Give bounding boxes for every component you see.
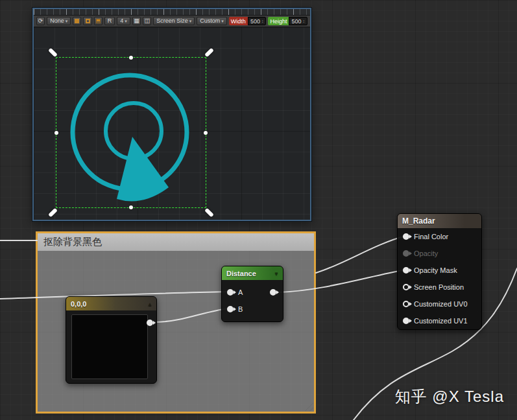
- height-label: Height: [268, 17, 289, 25]
- custom-size-label: Custom: [200, 18, 220, 24]
- collapse-up-icon: ▲: [147, 301, 152, 307]
- pin-row-screen-position: Screen Position: [398, 279, 481, 296]
- pin-row-final-color: Final Color: [398, 228, 481, 245]
- width-input[interactable]: 500 ↕: [248, 17, 267, 25]
- widget-selection-box[interactable]: [56, 57, 206, 208]
- designer-canvas[interactable]: [34, 27, 310, 220]
- comment-title[interactable]: 抠除背景黑色: [38, 233, 314, 251]
- height-input[interactable]: 500 ↕: [289, 17, 307, 25]
- opacity-mask-label: Opacity Mask: [414, 266, 457, 274]
- anchor-fill-icon: [75, 19, 79, 23]
- horizontal-ruler: [34, 9, 310, 16]
- chevron-down-icon: ▾: [189, 19, 192, 23]
- node-distance[interactable]: Distance ▼ A B: [221, 266, 283, 322]
- screen-position-pin[interactable]: [403, 284, 409, 290]
- customized-uv0-label: Customized UV0: [414, 300, 468, 308]
- constant-node-header[interactable]: 0,0,0 ▲: [66, 297, 156, 310]
- material-editor-graph[interactable]: ⟳ None ▾ R 4 ▾ ▦ ◫ Screen Size ▾ Custom …: [0, 0, 517, 420]
- rotate-icon[interactable]: ⟳: [36, 17, 45, 25]
- height-value: 500: [291, 18, 301, 25]
- pin-row-customized-uv0: Customized UV0: [398, 296, 481, 312]
- resize-handle-right[interactable]: [204, 131, 208, 135]
- final-color-label: Final Color: [414, 233, 448, 240]
- width-label: Width: [229, 17, 248, 25]
- resize-handle-bottom[interactable]: [129, 205, 133, 209]
- spinner-icon[interactable]: ↕: [302, 19, 305, 23]
- distance-output-pin[interactable]: [270, 289, 276, 296]
- anchor-preset-button-2[interactable]: [83, 17, 91, 25]
- anchor-frame-icon: [86, 19, 90, 23]
- chevron-down-icon: ▾: [221, 19, 224, 23]
- distance-node-header[interactable]: Distance ▼: [222, 266, 283, 280]
- comment-resize-grip[interactable]: [304, 402, 313, 411]
- constant-output-pin[interactable]: [147, 320, 153, 326]
- node-material-result[interactable]: M_Radar Final Color Opacity Opacity Mask…: [397, 213, 482, 330]
- customized-uv1-label: Customized UV1: [414, 317, 468, 325]
- anchor-dropdown[interactable]: None ▾: [47, 17, 71, 25]
- material-node-header[interactable]: M_Radar: [398, 214, 481, 228]
- input-pin-b[interactable]: [227, 306, 234, 312]
- color-swatch[interactable]: [71, 314, 148, 379]
- distance-pin-rows: A B: [222, 280, 283, 321]
- opacity-mask-pin[interactable]: [403, 267, 409, 274]
- anchor-preset-button-1[interactable]: [73, 17, 81, 25]
- grid-icon[interactable]: ▦: [132, 17, 141, 25]
- material-pin-rows: Final Color Opacity Opacity Mask Screen …: [398, 228, 481, 329]
- spinner-icon[interactable]: ↕: [261, 19, 264, 23]
- rotation-mode-button[interactable]: R: [104, 17, 115, 25]
- anchor-dropdown-label: None: [50, 18, 64, 24]
- node-constant-vector[interactable]: 0,0,0 ▲: [66, 296, 157, 384]
- final-color-pin[interactable]: [403, 233, 409, 240]
- anchor-preset-button-3[interactable]: [94, 17, 102, 25]
- chevron-down-icon: ▾: [66, 19, 68, 23]
- panel-icon[interactable]: ◫: [143, 17, 151, 25]
- distance-node-title: Distance: [226, 270, 256, 277]
- width-value: 500: [250, 18, 260, 25]
- grid-snap-value: 4: [120, 18, 123, 24]
- pin-row-b: B: [222, 301, 283, 318]
- pin-label-a: A: [238, 288, 243, 296]
- customized-uv0-pin[interactable]: [403, 301, 409, 307]
- constant-node-title: 0,0,0: [71, 300, 86, 308]
- height-field-group: Height 500 ↕: [268, 17, 307, 25]
- collapse-down-icon: ▼: [274, 270, 279, 276]
- screen-size-dropdown[interactable]: Screen Size ▾: [153, 17, 195, 25]
- width-field-group: Width 500 ↕: [229, 17, 267, 25]
- custom-size-dropdown[interactable]: Custom ▾: [197, 17, 227, 25]
- designer-toolbar: ⟳ None ▾ R 4 ▾ ▦ ◫ Screen Size ▾ Custom …: [34, 16, 310, 27]
- pin-label-b: B: [238, 305, 243, 313]
- screen-size-label: Screen Size: [156, 18, 188, 24]
- material-node-title: M_Radar: [402, 216, 435, 226]
- opacity-pin[interactable]: [403, 250, 409, 257]
- grid-snap-size-field[interactable]: 4 ▾: [117, 17, 130, 25]
- customized-uv1-pin[interactable]: [403, 318, 409, 324]
- resize-handle-top[interactable]: [129, 56, 133, 60]
- anchor-half-icon: [96, 19, 101, 23]
- input-pin-a[interactable]: [227, 289, 234, 296]
- pin-row-opacity: Opacity: [398, 245, 481, 262]
- pin-row-customized-uv1: Customized UV1: [398, 312, 481, 329]
- watermark-text: 知乎 @X Tesla: [395, 386, 504, 407]
- chevron-down-icon: ▾: [125, 19, 127, 23]
- widget-designer-panel: ⟳ None ▾ R 4 ▾ ▦ ◫ Screen Size ▾ Custom …: [32, 8, 311, 221]
- screen-position-label: Screen Position: [414, 283, 464, 291]
- pin-row-opacity-mask: Opacity Mask: [398, 262, 481, 279]
- opacity-label: Opacity: [414, 250, 438, 257]
- resize-handle-left[interactable]: [54, 131, 58, 135]
- wire-to-final-color: [316, 236, 405, 273]
